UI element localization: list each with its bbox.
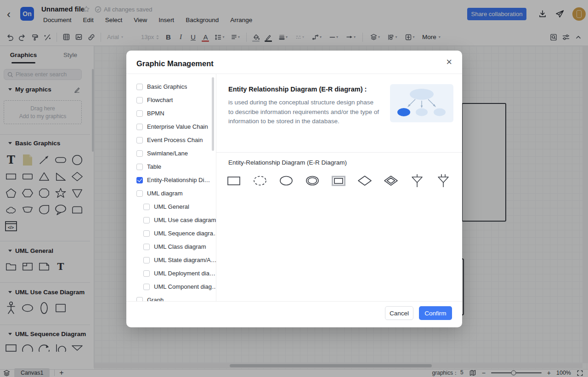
category-uml-sequence[interactable]: UML Sequence diagra… bbox=[126, 227, 216, 240]
checkbox-icon[interactable] bbox=[143, 217, 150, 223]
checkbox-icon[interactable] bbox=[143, 284, 150, 290]
er-shape-relationship-diamond[interactable] bbox=[357, 173, 373, 188]
category-entity-relationship[interactable]: Entity-Relationship Di… bbox=[126, 173, 216, 187]
er-shape-weak-entity[interactable] bbox=[331, 173, 346, 188]
checkbox-icon[interactable] bbox=[143, 257, 150, 263]
er-shape-double-ellipse[interactable] bbox=[305, 173, 320, 188]
checkbox-icon[interactable] bbox=[136, 177, 143, 183]
close-icon[interactable]: × bbox=[446, 57, 452, 67]
confirm-button[interactable]: Confirm bbox=[419, 306, 452, 320]
detail-divider bbox=[216, 152, 462, 153]
detail-heading: Entity Relationship Diagram (E-R diagram… bbox=[228, 86, 367, 93]
dialog-title: Graphic Management bbox=[136, 59, 214, 68]
category-uml-state[interactable]: UML State diagram/A… bbox=[126, 253, 216, 267]
category-event-process-chain[interactable]: Event Process Chain bbox=[126, 133, 216, 147]
detail-description: is used during the conceptual structure … bbox=[228, 98, 380, 126]
category-graph[interactable]: Graph bbox=[126, 293, 216, 301]
checkbox-icon[interactable] bbox=[136, 297, 143, 302]
category-basic-graphics[interactable]: Basic Graphics bbox=[126, 80, 216, 93]
checkbox-icon[interactable] bbox=[136, 97, 143, 103]
category-uml-deployment[interactable]: UML Deployment dia… bbox=[126, 267, 216, 280]
category-list-scrollbar[interactable] bbox=[212, 77, 214, 151]
category-uml-component[interactable]: UML Component diag… bbox=[126, 280, 216, 293]
graphic-management-dialog: Graphic Management × Basic Graphics Flow… bbox=[126, 51, 462, 327]
category-flowchart[interactable]: Flowchart bbox=[126, 93, 216, 107]
category-bpmn[interactable]: BPMN bbox=[126, 107, 216, 120]
category-uml-class[interactable]: UML Class diagram bbox=[126, 240, 216, 253]
checkbox-icon[interactable] bbox=[136, 124, 143, 130]
category-uml-general[interactable]: UML General bbox=[126, 200, 216, 213]
category-table[interactable]: Table bbox=[126, 160, 216, 173]
checkbox-icon[interactable] bbox=[143, 244, 150, 250]
category-detail-panel: Entity Relationship Diagram (E-R diagram… bbox=[216, 74, 462, 301]
er-diagram-preview bbox=[390, 84, 453, 122]
detail-section-label: Entity-Relationship Diagram (E-R Diagram… bbox=[228, 159, 347, 166]
dialog-footer: Cancel Confirm bbox=[385, 306, 452, 320]
er-shape-fork-single[interactable] bbox=[409, 173, 425, 188]
er-shape-double-diamond[interactable] bbox=[383, 173, 399, 188]
cancel-button[interactable]: Cancel bbox=[385, 306, 413, 320]
er-shape-entity[interactable] bbox=[226, 173, 242, 188]
category-enterprise-value-chain[interactable]: Enterprise Value Chain bbox=[126, 120, 216, 133]
checkbox-icon[interactable] bbox=[136, 164, 143, 170]
checkbox-icon[interactable] bbox=[143, 230, 150, 237]
checkbox-icon[interactable] bbox=[136, 137, 143, 143]
checkbox-icon[interactable] bbox=[136, 150, 143, 157]
app-root: ‹ On Unnamed file All changes saved Docu… bbox=[0, 0, 588, 377]
checkbox-icon[interactable] bbox=[143, 204, 150, 210]
er-shape-fork-double[interactable] bbox=[435, 173, 451, 188]
category-uml-diagram[interactable]: UML diagram bbox=[126, 187, 216, 200]
checkbox-icon[interactable] bbox=[136, 110, 143, 117]
category-swimlane[interactable]: Swimlane/Lane bbox=[126, 147, 216, 160]
checkbox-icon[interactable] bbox=[136, 84, 143, 90]
category-list: Basic Graphics Flowchart BPMN Enterprise… bbox=[126, 74, 216, 301]
category-uml-use-case[interactable]: UML Use case diagram bbox=[126, 213, 216, 227]
dialog-footer-divider bbox=[126, 301, 462, 302]
er-shape-attribute-ellipse[interactable] bbox=[278, 173, 294, 188]
er-shapes-row bbox=[226, 173, 451, 188]
checkbox-icon[interactable] bbox=[136, 190, 143, 197]
checkbox-icon[interactable] bbox=[143, 270, 150, 277]
er-shape-dashed-ellipse[interactable] bbox=[252, 173, 268, 188]
